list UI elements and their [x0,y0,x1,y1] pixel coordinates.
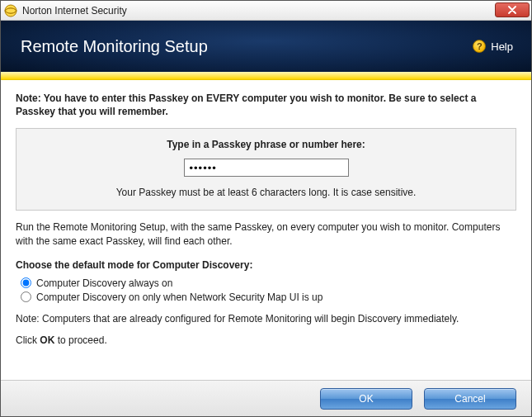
passkey-hint: Your Passkey must be at least 6 characte… [30,187,502,198]
proceed-text: Click OK to proceed. [16,334,516,346]
page-title: Remote Monitoring Setup [21,37,208,56]
passkey-box: Type in a Passkey phrase or number here:… [16,128,516,211]
accent-strip [1,72,531,80]
banner: Remote Monitoring Setup ? Help [1,21,531,72]
note-text: Note: You have to enter this Passkey on … [16,92,516,118]
discovery-label: Choose the default mode for Computer Dis… [16,259,516,271]
close-button[interactable] [495,2,530,17]
radio-discovery-always[interactable]: Computer Discovery always on [21,277,516,289]
ok-button[interactable]: OK [320,388,412,410]
note-prefix: Note: [16,92,41,104]
note-body: You have to enter this Passkey on EVERY … [16,92,476,117]
note2-text: Note: Computers that are already configu… [16,313,516,325]
radio-label-mapui: Computer Discovery on only when Network … [36,291,322,303]
instructions-text: Run the Remote Monitoring Setup, with th… [16,220,516,247]
radio-input-mapui[interactable] [21,291,31,302]
footer: OK Cancel [1,380,531,416]
passkey-label: Type in a Passkey phrase or number here: [30,139,502,150]
titlebar: Norton Internet Security [1,1,531,21]
help-label: Help [491,40,513,53]
app-icon [4,4,17,17]
help-link[interactable]: ? Help [473,40,513,53]
radio-label-always: Computer Discovery always on [36,277,172,289]
content-area: Note: You have to enter this Passkey on … [1,80,531,346]
window-title: Norton Internet Security [22,5,127,17]
passkey-input[interactable] [184,159,349,177]
radio-input-always[interactable] [21,277,31,288]
svg-point-0 [5,5,16,17]
help-icon: ? [473,40,486,53]
radio-discovery-mapui[interactable]: Computer Discovery on only when Network … [21,291,516,303]
cancel-button[interactable]: Cancel [424,388,516,410]
